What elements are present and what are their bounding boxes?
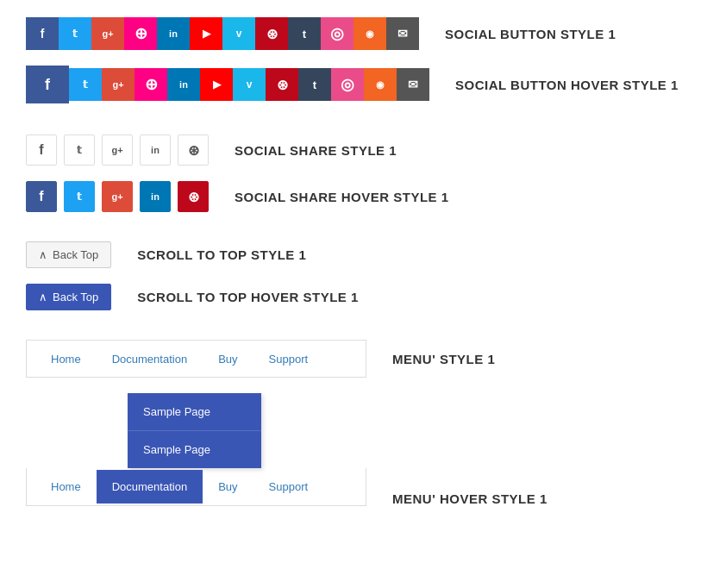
dribbble-hover-btn[interactable]: ◎ bbox=[331, 68, 364, 101]
share-google-btn[interactable]: g+ bbox=[102, 134, 133, 166]
scroll-hover-arrow-icon: ∧ bbox=[39, 291, 47, 303]
share-facebook-btn[interactable]: f bbox=[26, 134, 57, 166]
social-share-hover-row: f 𝕥 g+ in ⊛ bbox=[26, 181, 209, 212]
social-share-row: f 𝕥 g+ in ⊛ bbox=[26, 134, 209, 166]
youtube-hover-btn[interactable]: ▶ bbox=[200, 68, 233, 101]
google-hover-btn[interactable]: g+ bbox=[102, 68, 135, 101]
social-share-hover-style1-label: SOCIAL SHARE HOVER STYLE 1 bbox=[235, 190, 449, 204]
pinterest-btn[interactable]: ⊛ bbox=[255, 17, 288, 50]
menu-style1-section: Home Documentation Buy Support MENU' STY… bbox=[26, 340, 681, 378]
share-pinterest-hover-btn[interactable]: ⊛ bbox=[178, 181, 209, 212]
social-button-hover-style1-label: SOCIAL BUTTON HOVER STYLE 1 bbox=[455, 78, 679, 92]
dropdown-item-1[interactable]: Sample Page bbox=[128, 393, 261, 431]
linkedin-btn[interactable]: in bbox=[157, 17, 190, 50]
scroll-to-top-hover-btn[interactable]: ∧ Back Top bbox=[26, 284, 111, 310]
pinterest-hover-btn[interactable]: ⊛ bbox=[266, 68, 298, 101]
tumblr-btn[interactable]: t bbox=[288, 17, 321, 50]
twitter-btn[interactable]: 𝕥 bbox=[59, 17, 91, 50]
menu-hover-item-buy[interactable]: Buy bbox=[203, 470, 253, 504]
social-button-hover-style1-section: f 𝕥 g+ ⊕ in ▶ v ⊛ t ◎ ◉ ✉ SOCIAL BUTTON … bbox=[26, 66, 681, 103]
google-btn[interactable]: g+ bbox=[91, 17, 124, 50]
share-linkedin-btn[interactable]: in bbox=[140, 134, 171, 166]
tumblr-hover-btn[interactable]: t bbox=[298, 68, 331, 101]
menu-style1-label: MENU' STYLE 1 bbox=[392, 352, 495, 366]
social-share-hover-style1-section: f 𝕥 g+ in ⊛ SOCIAL SHARE HOVER STYLE 1 bbox=[26, 181, 681, 212]
dropdown-menu: Sample Page Sample Page bbox=[128, 393, 261, 468]
menu-hover-style1-section: Sample Page Sample Page Home Documentati… bbox=[26, 393, 681, 506]
flickr-btn[interactable]: ⊕ bbox=[124, 17, 157, 50]
social-button-style1-label: SOCIAL BUTTON STYLE 1 bbox=[445, 27, 616, 41]
email-btn[interactable]: ✉ bbox=[386, 17, 419, 50]
scroll-hover-btn-label: Back Top bbox=[53, 291, 98, 303]
menu-hover-style1-label: MENU' HOVER STYLE 1 bbox=[392, 491, 547, 506]
flickr-hover-btn[interactable]: ⊕ bbox=[135, 68, 167, 101]
share-twitter-btn[interactable]: 𝕥 bbox=[64, 134, 95, 166]
social-share-style1-section: f 𝕥 g+ in ⊛ SOCIAL SHARE STYLE 1 bbox=[26, 134, 681, 166]
menu-item-documentation[interactable]: Documentation bbox=[97, 342, 203, 376]
menu-item-buy[interactable]: Buy bbox=[203, 342, 253, 376]
rss-hover-btn[interactable]: ◉ bbox=[364, 68, 397, 101]
facebook-hover-btn[interactable]: f bbox=[26, 66, 69, 103]
scroll-to-top-btn[interactable]: ∧ Back Top bbox=[26, 241, 111, 268]
menu-bar: Home Documentation Buy Support bbox=[26, 340, 366, 378]
share-google-hover-btn[interactable]: g+ bbox=[102, 181, 133, 212]
social-button-style1-section: f 𝕥 g+ ⊕ in ▶ v ⊛ t ◎ ◉ ✉ SOCIAL BUTTON … bbox=[26, 17, 681, 50]
menu-hover-item-documentation[interactable]: Documentation bbox=[97, 470, 203, 504]
scroll-btn-label: Back Top bbox=[53, 248, 98, 261]
facebook-btn[interactable]: f bbox=[26, 17, 59, 50]
scroll-hover-style1-label: SCROLL TO TOP HOVER STYLE 1 bbox=[137, 290, 359, 304]
scroll-style1-label: SCROLL TO TOP STYLE 1 bbox=[137, 247, 306, 262]
rss-btn[interactable]: ◉ bbox=[354, 17, 386, 50]
menu-hover-bar: Home Documentation Buy Support bbox=[26, 468, 366, 506]
social-buttons-row: f 𝕥 g+ ⊕ in ▶ v ⊛ t ◎ ◉ ✉ bbox=[26, 17, 419, 50]
share-pinterest-btn[interactable]: ⊛ bbox=[178, 134, 209, 166]
vimeo-hover-btn[interactable]: v bbox=[233, 68, 266, 101]
youtube-btn[interactable]: ▶ bbox=[190, 17, 222, 50]
share-linkedin-hover-btn[interactable]: in bbox=[140, 181, 171, 212]
share-facebook-hover-btn[interactable]: f bbox=[26, 181, 57, 212]
scroll-hover-style1-section: ∧ Back Top SCROLL TO TOP HOVER STYLE 1 bbox=[26, 284, 681, 310]
vimeo-btn[interactable]: v bbox=[222, 17, 255, 50]
menu-hover-item-home[interactable]: Home bbox=[35, 470, 97, 504]
dribbble-btn[interactable]: ◎ bbox=[321, 17, 354, 50]
menu-hover-item-support[interactable]: Support bbox=[253, 470, 324, 504]
social-share-style1-label: SOCIAL SHARE STYLE 1 bbox=[235, 143, 397, 158]
scroll-style1-section: ∧ Back Top SCROLL TO TOP STYLE 1 bbox=[26, 241, 681, 268]
social-buttons-hover-row: f 𝕥 g+ ⊕ in ▶ v ⊛ t ◎ ◉ ✉ bbox=[26, 66, 429, 103]
menu-item-home[interactable]: Home bbox=[35, 342, 97, 376]
email-hover-btn[interactable]: ✉ bbox=[397, 68, 429, 101]
menu-item-support[interactable]: Support bbox=[253, 342, 324, 376]
dropdown-item-2[interactable]: Sample Page bbox=[128, 431, 261, 468]
share-twitter-hover-btn[interactable]: 𝕥 bbox=[64, 181, 95, 212]
linkedin-hover-btn[interactable]: in bbox=[167, 68, 200, 101]
twitter-hover-btn[interactable]: 𝕥 bbox=[69, 68, 102, 101]
scroll-arrow-icon: ∧ bbox=[39, 248, 47, 261]
